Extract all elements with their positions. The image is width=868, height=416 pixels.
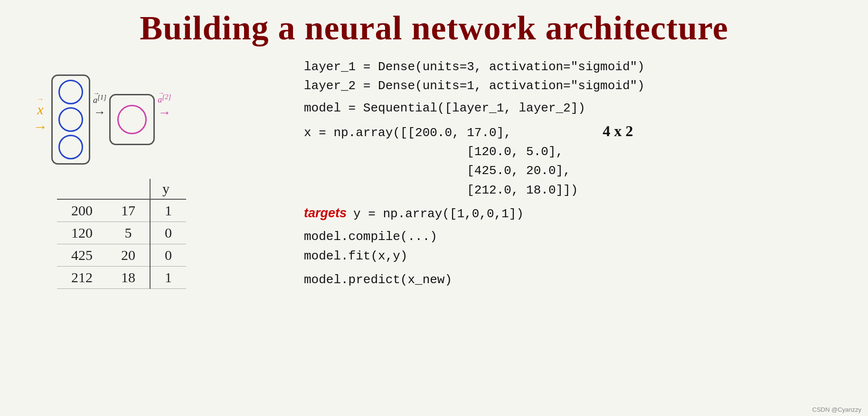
data-table-container: y 20017112050425200212181 (57, 179, 275, 289)
code-line-1: layer_1 = Dense(units=3, activation="sig… (304, 57, 868, 76)
table-cell-0-0: 200 (57, 199, 107, 222)
table-cell-2-0: 425 (57, 244, 107, 267)
table-cell-0-1: 17 (107, 199, 150, 222)
code-line-2: layer_2 = Dense(units=1, activation="sig… (304, 76, 868, 95)
table-row: 212181 (57, 267, 186, 289)
table-cell-3-0: 212 (57, 267, 107, 289)
targets-row: targets y = np.array([1,0,0,1]) (304, 204, 868, 223)
layer1-box (51, 74, 90, 165)
array-lines: x = np.array([[200.0, 17.0], [120.0, 5.0… (304, 123, 578, 200)
code-line-8: y = np.array([1,0,0,1]) (353, 204, 524, 223)
table-cell-2-1: 20 (107, 244, 150, 267)
neuron-2 (58, 107, 83, 132)
table-row: 425200 (57, 244, 186, 267)
code-block-model: model = Sequential([layer_1, layer_2]) (304, 99, 868, 118)
code-line-11: model.predict(x_new) (304, 270, 868, 289)
code-line-4: x = np.array([[200.0, 17.0], (304, 123, 578, 142)
table-row: 12050 (57, 222, 186, 244)
table-cell-3-1: 18 (107, 267, 150, 289)
table-cell-y-1: 0 (150, 222, 186, 244)
col-header-1 (57, 179, 107, 199)
code-line-5: [120.0, 5.0], (304, 142, 578, 161)
table-cell-1-0: 120 (57, 222, 107, 244)
array-row: x = np.array([[200.0, 17.0], [120.0, 5.0… (304, 122, 868, 200)
targets-label: targets (304, 206, 347, 221)
output-arrow-icon: → (158, 105, 171, 120)
input-arrow-icon: → (33, 120, 47, 134)
table-cell-y-0: 1 (150, 199, 186, 222)
layer2-box (109, 94, 155, 145)
code-line-7: [212.0, 18.0]]) (304, 181, 578, 200)
layer2-section (109, 82, 155, 145)
dim-label: 4 x 2 (603, 122, 633, 140)
data-table: y 20017112050425200212181 (57, 179, 186, 289)
neuron-3 (58, 135, 83, 159)
code-line-3: model = Sequential([layer_1, layer_2]) (304, 99, 868, 118)
input-section: → x → (33, 93, 47, 134)
table-cell-y-3: 1 (150, 267, 186, 289)
code-block-array: x = np.array([[200.0, 17.0], [120.0, 5.0… (304, 122, 868, 200)
content-area: → x → → a[1] (0, 57, 868, 289)
col-header-y: y (150, 179, 186, 199)
code-block-layers: layer_1 = Dense(units=3, activation="sig… (304, 57, 868, 96)
code-block-predict: model.predict(x_new) (304, 270, 868, 289)
watermark: CSDN @Cyanzzy (812, 406, 862, 413)
a1-arrow-icon: → (94, 105, 106, 120)
a2-arrow-section: → a[2] → (158, 93, 171, 134)
a1-arrow-section: → a[1] → (93, 93, 106, 134)
neuron-1 (58, 80, 83, 104)
table-cell-y-2: 0 (150, 244, 186, 267)
col-header-2 (107, 179, 150, 199)
layer1-section (51, 62, 90, 165)
code-line-10: model.fit(x,y) (304, 247, 868, 266)
neuron-output (117, 105, 147, 134)
right-panel: layer_1 = Dense(units=3, activation="sig… (275, 57, 868, 289)
page-title: Building a neural network architecture (0, 0, 868, 48)
nn-diagram: → x → → a[1] (33, 62, 275, 165)
table-row: 200171 (57, 199, 186, 222)
code-line-6: [425.0, 20.0], (304, 161, 578, 180)
table-cell-1-1: 5 (107, 222, 150, 244)
code-line-9: model.compile(...) (304, 227, 868, 246)
left-panel: → x → → a[1] (28, 57, 275, 289)
x-label: x (37, 102, 43, 118)
code-block-compile: model.compile(...) model.fit(x,y) (304, 227, 868, 266)
